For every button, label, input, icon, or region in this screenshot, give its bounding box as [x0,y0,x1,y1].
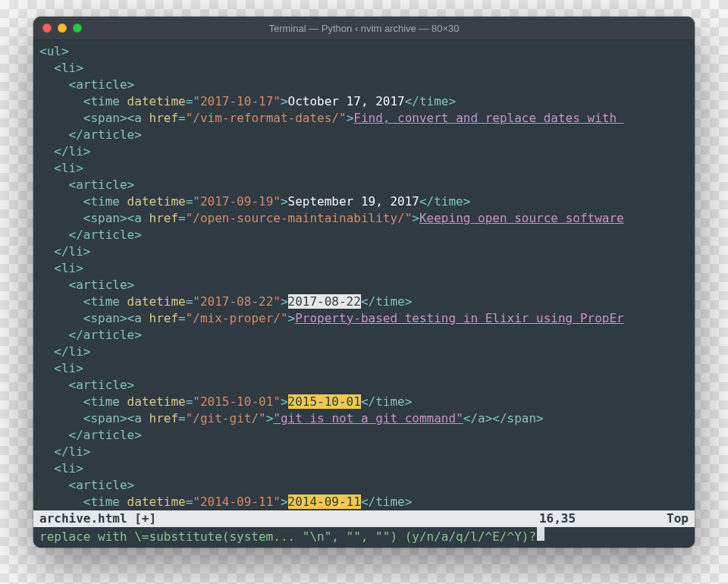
command-text: replace with \=substitute(system... "\n"… [39,529,536,545]
status-filename: archive.html [+] [39,510,156,527]
close-icon[interactable] [42,24,52,33]
status-scroll: Top [667,510,689,527]
link-text[interactable]: Property-based testing in Elixir using P… [295,311,623,325]
search-match: 2014-09-11 [288,495,361,509]
search-match-current: 2017-08-22 [288,294,361,309]
link-text[interactable]: Find, convert and replace dates with [353,111,623,125]
link-text[interactable]: Keeping open source software [419,211,624,225]
cursor-icon [537,527,544,541]
status-position: 16,35 [539,510,576,527]
minimize-icon[interactable] [58,24,67,33]
zoom-icon[interactable] [73,24,82,33]
window-controls [42,24,82,33]
command-line[interactable]: replace with \=substitute(system... "\n"… [33,527,695,548]
titlebar[interactable]: Terminal — Python ‹ nvim archive — 80×30 [33,17,695,40]
editor-buffer[interactable]: <ul> <li> <article> <time datetime="2017… [33,40,695,510]
search-match: 2015-10-01 [288,394,361,409]
status-line: archive.html [+] 16,35 Top [33,510,695,527]
link-text[interactable]: "git is not a git command" [273,411,463,425]
window-title: Terminal — Python ‹ nvim archive — 80×30 [33,23,695,34]
terminal-window: Terminal — Python ‹ nvim archive — 80×30… [33,17,695,548]
terminal-body[interactable]: <ul> <li> <article> <time datetime="2017… [33,40,695,548]
